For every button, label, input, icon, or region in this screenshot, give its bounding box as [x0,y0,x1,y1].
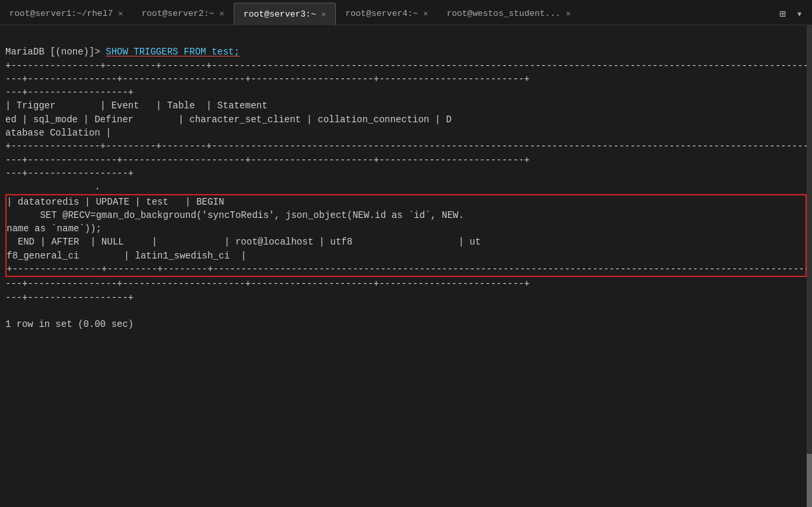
footer-text: 1 row in set (0.00 sec) [5,319,133,330]
tab-server1-close[interactable]: ✕ [118,9,123,19]
tab-westos-close[interactable]: ✕ [566,9,570,19]
sep-line-10: ---+------------------+ [5,292,133,303]
sep-line-7: . [5,181,100,192]
sep-line-3: ---+------------------+ [5,87,133,98]
scrollbar-thumb[interactable] [807,454,812,507]
new-tab-icon[interactable]: ⊞ [775,6,790,22]
tab-server4[interactable]: root@server4:~ ✕ [336,3,437,25]
tab-server4-label: root@server4:~ [345,9,418,19]
tab-server1-label: root@server1:~/rhel7 [9,9,113,19]
sep-line-5: ---+----------------+-------------------… [5,155,530,165]
result-line-3: name as `name`)); [7,223,102,234]
terminal-content: MariaDB [(none)]> SHOW TRIGGERS FROM tes… [0,25,812,507]
tab-server3-close[interactable]: ✕ [321,9,326,19]
tab-bar: root@server1:~/rhel7 ✕ root@server2:~ ✕ … [0,0,812,25]
sep-line-1: +----------------+---------+--------+---… [5,60,812,71]
header-line-3: atabase Collation | [5,128,112,138]
header-line-1: | Trigger | Event | Table | Statement [5,100,812,111]
header-line-2: ed | sql_mode | Definer | character_set_… [5,114,451,125]
scrollbar[interactable] [807,25,812,507]
tab-server1[interactable]: root@server1:~/rhel7 ✕ [0,3,132,25]
command-line: MariaDB [(none)]> SHOW TRIGGERS FROM tes… [5,47,240,57]
sep-line-2: ---+----------------+-------------------… [5,74,530,84]
data-row-highlight: | datatoredis | UPDATE | test | BEGIN SE… [5,194,807,278]
sep-line-8: +----------------+---------+--------+---… [7,264,812,274]
sep-line-6: ---+------------------+ [5,168,133,179]
tab-westos-label: root@westos_student... [447,9,561,19]
tab-server2[interactable]: root@server2:~ ✕ [132,3,233,25]
tab-server2-label: root@server2:~ [141,9,214,19]
tab-server2-close[interactable]: ✕ [219,9,224,19]
result-line-1: | datatoredis | UPDATE | test | BEGIN [7,197,224,207]
tab-westos[interactable]: root@westos_student... ✕ [438,3,580,25]
prompt: MariaDB [(none)]> [5,47,106,57]
menu-icon[interactable]: ▾ [792,6,807,22]
sep-line-9: ---+----------------+-------------------… [5,278,530,289]
tab-bar-extras: ⊞ ▾ [775,6,812,22]
tab-server3[interactable]: root@server3:~ ✕ [234,3,336,25]
result-line-2: SET @RECV=gman_do_background('syncToRedi… [7,210,464,221]
tab-server4-close[interactable]: ✕ [423,9,428,19]
result-line-4: END | AFTER | NULL | | root@localhost | … [7,237,481,247]
sep-line-4: +----------------+---------+--------+---… [5,141,812,152]
result-line-5: f8_general_ci | latin1_swedish_ci | [7,251,246,261]
command-text: SHOW TRIGGERS FROM test; [106,47,240,57]
tab-server3-label: root@server3:~ [244,9,316,19]
